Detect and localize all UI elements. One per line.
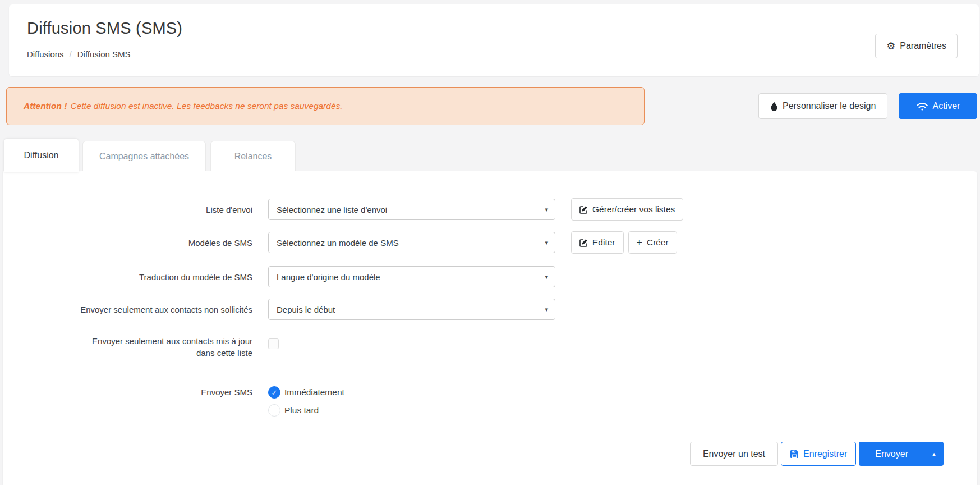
save-icon — [790, 450, 799, 459]
unsolicited-select[interactable]: Depuis le début ▾ — [268, 299, 555, 320]
tab-diffusion[interactable]: Diffusion — [4, 139, 79, 172]
wifi-icon — [916, 102, 928, 111]
header-card: Diffusion SMS (SMS) Diffusions / Diffusi… — [9, 4, 979, 76]
create-template-button[interactable]: + Créer — [628, 231, 677, 254]
create-template-label: Créer — [647, 237, 669, 248]
tab-campagnes-label: Campagnes attachées — [99, 152, 189, 162]
send-button[interactable]: Envoyer — [859, 442, 924, 466]
edit-icon — [579, 205, 588, 214]
unsolicited-label: Envoyer seulement aux contacts non solli… — [3, 304, 252, 315]
tab-relances-label: Relances — [234, 152, 272, 162]
sms-template-select-value: Sélectionnez un modèle de SMS — [277, 238, 399, 248]
tab-campagnes-attachees[interactable]: Campagnes attachées — [82, 141, 206, 171]
unsolicited-select-value: Depuis le début — [277, 305, 335, 314]
translation-row: Traduction du modèle de SMS Langue d'ori… — [3, 266, 977, 287]
send-list-label: Liste d'envoi — [3, 204, 252, 216]
sms-template-select[interactable]: Sélectionnez un modèle de SMS ▾ — [268, 232, 555, 253]
caret-down-icon: ▾ — [545, 239, 548, 246]
sms-template-row: Modèles de SMS Sélectionnez un modèle de… — [3, 231, 977, 254]
activate-button[interactable]: Activer — [899, 93, 977, 119]
diffusion-tab-panel: Liste d'envoi Sélectionnez une liste d'e… — [3, 171, 977, 485]
updated-contacts-row: Envoyer seulement aux contacts mis à jou… — [3, 335, 977, 359]
settings-button[interactable]: ⚙ Paramètres — [875, 34, 958, 58]
manage-lists-button[interactable]: Gérer/créer vos listes — [571, 198, 683, 221]
alert-message: Cette diffusion est inactive. Les feedba… — [70, 101, 342, 111]
gear-icon: ⚙ — [886, 41, 895, 51]
tab-relances[interactable]: Relances — [210, 141, 296, 171]
save-button[interactable]: Enregistrer — [781, 442, 856, 466]
check-icon: ✓ — [272, 389, 278, 396]
radio-later-label: Plus tard — [284, 405, 319, 415]
radio-later[interactable]: ✓ Plus tard — [268, 404, 344, 417]
droplet-icon — [770, 102, 778, 111]
send-label: Envoyer — [875, 449, 908, 459]
page-title: Diffusion SMS (SMS) — [27, 19, 182, 38]
settings-button-label: Paramètres — [900, 41, 946, 51]
send-list-select[interactable]: Sélectionnez une liste d'envoi ▾ — [268, 199, 555, 220]
customize-design-button[interactable]: Personnaliser le design — [758, 93, 887, 119]
edit-template-label: Editer — [592, 237, 615, 248]
caret-down-icon: ▾ — [545, 306, 548, 313]
translation-select-value: Langue d'origine du modèle — [277, 272, 380, 282]
sms-template-label: Modèles de SMS — [3, 237, 252, 249]
radio-immediately-label: Immédiatement — [284, 387, 344, 397]
radio-circle-icon: ✓ — [268, 386, 280, 399]
translation-select[interactable]: Langue d'origine du modèle ▾ — [268, 266, 555, 287]
edit-template-button[interactable]: Editer — [571, 231, 624, 254]
caret-down-icon: ▾ — [545, 273, 548, 281]
send-sms-row: Envoyer SMS ✓ Immédiatement ✓ Plus tard — [3, 386, 977, 417]
breadcrumb-item-current: Diffusion SMS — [77, 49, 131, 59]
caret-down-icon: ▾ — [545, 206, 548, 213]
caret-up-icon: ▲ — [932, 451, 937, 457]
tab-diffusion-label: Diffusion — [24, 150, 59, 161]
send-test-button[interactable]: Envoyer un test — [690, 442, 778, 466]
send-split-button: Envoyer ▲ — [859, 442, 944, 466]
breadcrumb: Diffusions / Diffusion SMS — [27, 49, 131, 59]
updated-contacts-label: Envoyer seulement aux contacts mis à jou… — [3, 335, 252, 359]
send-options-toggle[interactable]: ▲ — [924, 442, 944, 466]
send-list-row: Liste d'envoi Sélectionnez une liste d'e… — [3, 198, 977, 221]
customize-design-label: Personnaliser le design — [783, 101, 876, 111]
plus-icon: + — [637, 237, 643, 248]
activate-label: Activer — [933, 101, 960, 111]
inactive-warning-alert: Attention ! Cette diffusion est inactive… — [6, 87, 645, 125]
breadcrumb-item-diffusions[interactable]: Diffusions — [27, 49, 64, 59]
edit-icon — [579, 239, 588, 247]
translation-label: Traduction du modèle de SMS — [3, 271, 252, 283]
radio-circle-icon: ✓ — [268, 404, 280, 417]
send-list-select-value: Sélectionnez une liste d'envoi — [277, 205, 387, 214]
manage-lists-label: Gérer/créer vos listes — [592, 204, 675, 214]
alert-prefix: Attention ! — [24, 101, 67, 111]
footer-divider — [21, 429, 961, 429]
radio-immediately[interactable]: ✓ Immédiatement — [268, 386, 344, 399]
unsolicited-row: Envoyer seulement aux contacts non solli… — [3, 299, 977, 320]
footer-actions: Envoyer un test Enregistrer Envoyer ▲ — [690, 442, 944, 466]
save-label: Enregistrer — [803, 449, 847, 459]
send-sms-label: Envoyer SMS — [3, 386, 252, 398]
send-test-label: Envoyer un test — [703, 449, 765, 459]
updated-contacts-checkbox[interactable] — [268, 338, 279, 349]
breadcrumb-separator: / — [70, 49, 72, 59]
